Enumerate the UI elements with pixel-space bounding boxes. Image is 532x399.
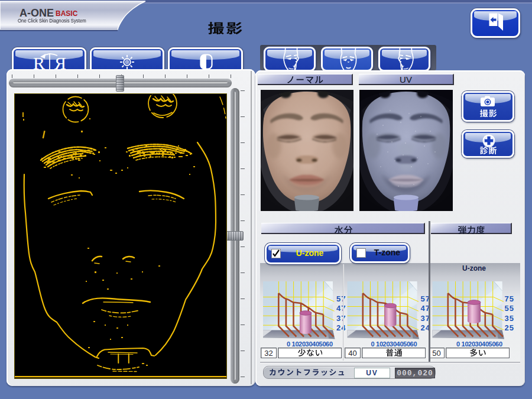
svg-text:47: 47	[336, 304, 346, 313]
svg-text:0: 0	[287, 340, 290, 348]
svg-text:50: 50	[319, 340, 326, 348]
svg-text:55: 55	[505, 304, 514, 313]
svg-text:57: 57	[336, 294, 346, 303]
svg-text:25: 25	[505, 323, 514, 332]
svg-text:20: 20	[299, 340, 306, 348]
svg-text:37: 37	[336, 314, 346, 323]
svg-text:35: 35	[505, 314, 514, 323]
svg-text:75: 75	[505, 294, 514, 303]
svg-text:10: 10	[291, 340, 299, 348]
svg-text:40: 40	[312, 340, 319, 348]
svg-text:60: 60	[326, 340, 333, 348]
svg-text:30: 30	[305, 340, 312, 348]
svg-text:24: 24	[336, 323, 346, 332]
